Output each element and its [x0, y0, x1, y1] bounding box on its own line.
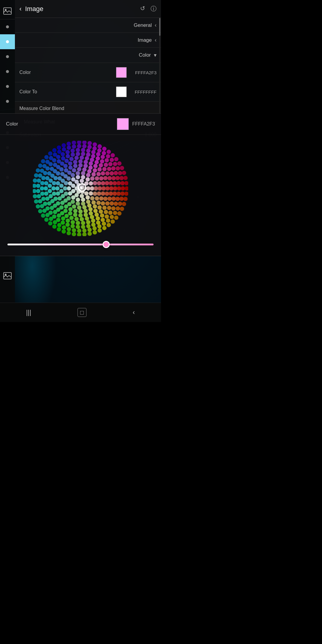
picker-hex: FFFFA2F3: [132, 121, 155, 127]
color-section-row[interactable]: Color ▾: [15, 48, 161, 63]
scrollbar-thumb[interactable]: [159, 18, 160, 36]
picker-slider[interactable]: [7, 244, 154, 245]
image-chevron-icon: ‹: [155, 37, 157, 43]
measure-color-blend-label: Measure Color Blend: [19, 106, 64, 111]
color-wheel[interactable]: [33, 141, 128, 236]
color-wheel-container: [0, 135, 161, 239]
image-label: Image: [138, 37, 152, 43]
picker-header: Color FFFFA2F3: [0, 114, 161, 135]
header: ‹ Image ↺ ⓘ: [15, 0, 161, 18]
color-picker-panel: Color FFFFA2F3: [0, 113, 161, 256]
bottom-nav: ||| □ ‹: [0, 303, 161, 322]
image-row[interactable]: Image ‹: [15, 33, 161, 48]
home-button[interactable]: □: [78, 308, 86, 317]
back-nav-button[interactable]: ‹: [127, 306, 141, 319]
sidebar-image-icon-top[interactable]: [0, 3, 15, 19]
color-label: Color: [19, 70, 116, 75]
sidebar-dot-1[interactable]: [0, 19, 15, 34]
picker-slider-container: [0, 239, 161, 250]
sidebar-dot-5[interactable]: [0, 79, 15, 94]
picker-swatch[interactable]: [117, 118, 129, 130]
header-icons: ↺ ⓘ: [140, 5, 157, 13]
general-chevron-icon: ‹: [155, 22, 157, 28]
sidebar-dot-4[interactable]: [0, 64, 15, 79]
color-chevron-down-icon: ▾: [154, 52, 157, 58]
sidebar-dot-3[interactable]: [0, 49, 15, 64]
menu-button[interactable]: |||: [20, 306, 37, 319]
sidebar-dot-2-active[interactable]: [0, 34, 15, 49]
page-title: Image: [25, 5, 140, 13]
back-button[interactable]: ‹: [19, 5, 21, 13]
general-label: General: [134, 22, 152, 28]
info-icon[interactable]: ⓘ: [151, 5, 157, 13]
color-to-label: Color To: [19, 89, 116, 95]
color-swatch[interactable]: [116, 67, 127, 78]
general-row[interactable]: General ‹: [15, 18, 161, 33]
slider-thumb[interactable]: [103, 241, 110, 248]
color-hex: FFFFA2F3: [130, 70, 157, 75]
color-to-hex: FFFFFFFF: [130, 89, 157, 95]
picker-label: Color: [6, 121, 117, 127]
color-to-swatch[interactable]: [116, 86, 127, 97]
reset-icon[interactable]: ↺: [140, 5, 145, 13]
color-section-label: Color: [139, 52, 151, 58]
scrollbar-track: [159, 18, 160, 113]
sidebar-dot-6[interactable]: [0, 94, 15, 109]
color-to-row[interactable]: Color To FFFFFFFF: [15, 82, 161, 102]
settings-section: General ‹ Image ‹ Color ▾: [15, 18, 161, 63]
sidebar-image-icon-bottom[interactable]: [0, 268, 15, 283]
color-row[interactable]: Color FFFFA2F3: [15, 63, 161, 82]
